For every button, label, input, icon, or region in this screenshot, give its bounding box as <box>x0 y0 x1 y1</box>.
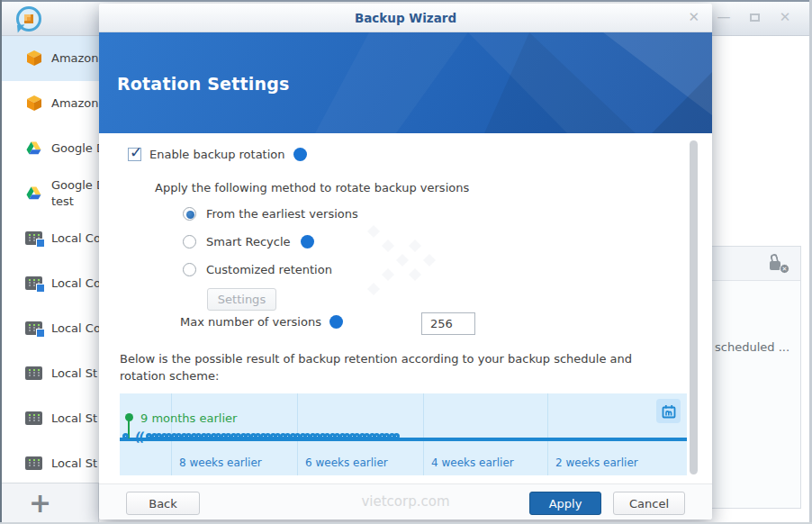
calendar-view-button[interactable] <box>656 399 681 423</box>
rotation-method-label: Apply the following method to rotate bac… <box>155 181 469 194</box>
dialog-close-button[interactable]: ✕ <box>688 9 699 25</box>
maximize-icon <box>750 14 760 22</box>
maximize-button[interactable] <box>746 9 762 25</box>
timeline-section: 4 weeks earlier <box>423 393 547 475</box>
backup-task-sidebar: Amazon Amazon Google D Google D test <box>2 36 99 483</box>
amazon-cube-icon <box>25 95 43 113</box>
window-border <box>0 0 812 2</box>
sidebar-item-label: Local St <box>51 366 97 382</box>
timeline-section-label: 4 weeks earlier <box>431 456 514 469</box>
nas-icon <box>25 410 43 428</box>
chevron-decoration <box>367 283 380 295</box>
sidebar-bottom-toolbar: + <box>2 483 99 522</box>
enable-rotation-checkbox[interactable] <box>128 148 141 161</box>
chevron-decoration <box>396 254 409 267</box>
timeline-section-label: 8 weeks earlier <box>179 456 262 469</box>
info-icon[interactable] <box>293 148 307 161</box>
dialog-header-title: Rotation Settings <box>117 74 289 94</box>
window-border <box>0 0 2 524</box>
sidebar-item-local-5[interactable]: Local St <box>2 396 99 441</box>
backup-wizard-dialog: Backup Wizard ✕ Rotation Settings Enable… <box>99 4 712 519</box>
sidebar-item-label: Google D <box>51 177 99 194</box>
sidebar-item-amazon-1[interactable]: Amazon <box>2 36 99 81</box>
back-button[interactable]: Back <box>126 492 200 515</box>
nas-linked-icon <box>25 320 43 338</box>
sidebar-item-label: Google D <box>51 140 99 157</box>
sidebar-item-local-3[interactable]: Local Co <box>2 306 99 351</box>
apply-button[interactable]: Apply <box>529 492 601 515</box>
info-icon[interactable] <box>301 235 314 248</box>
radio-earliest-versions-label: From the earliest versions <box>206 207 358 221</box>
cancel-button[interactable]: Cancel <box>613 492 685 515</box>
retention-description: Below is the possible result of backup r… <box>120 350 662 384</box>
enable-rotation-label: Enable backup rotation <box>149 148 285 161</box>
chevron-decoration <box>409 268 421 281</box>
sidebar-item-local-4[interactable]: Local St <box>2 351 99 396</box>
timeline-section-label: 6 weeks earlier <box>305 456 388 469</box>
chevron-decoration <box>409 239 421 252</box>
sidebar-item-label: Local Co <box>51 276 99 292</box>
settings-button[interactable]: Settings <box>207 288 276 311</box>
sidebar-item-sublabel: test <box>51 194 99 210</box>
window-close-button[interactable]: ✕ <box>777 9 793 25</box>
max-versions-input[interactable] <box>421 312 475 335</box>
sidebar-item-label: Local Co <box>51 321 99 337</box>
info-icon[interactable] <box>329 315 343 329</box>
retention-timeline: 8 weeks earlier 6 weeks earlier 4 weeks … <box>120 393 687 475</box>
radio-smart-recycle[interactable] <box>183 235 196 248</box>
nas-icon <box>25 455 43 473</box>
radio-customized-retention-label: Customized retention <box>206 263 332 276</box>
sidebar-item-label: Local St <box>51 456 97 472</box>
dialog-body: Enable backup rotation Apply the followi… <box>99 133 712 483</box>
radio-customized-retention[interactable] <box>183 263 196 276</box>
sidebar-item-label: Amazon <box>51 50 99 67</box>
sidebar-item-label: Amazon <box>51 95 99 112</box>
nas-linked-icon <box>25 230 43 248</box>
timeline-section-label: 2 weeks earlier <box>555 456 638 469</box>
sidebar-item-label: Local Co <box>51 230 99 247</box>
google-drive-icon <box>25 140 43 158</box>
sidebar-item-google-drive-1[interactable]: Google D <box>2 126 99 171</box>
chevron-decoration <box>382 239 394 252</box>
dialog-footer: vietcorp.com Back Apply Cancel <box>99 483 712 519</box>
nas-icon <box>25 365 43 383</box>
dialog-titlebar: Backup Wizard ✕ <box>99 4 712 32</box>
dialog-title: Backup Wizard <box>355 11 456 25</box>
application-window: — ✕ Amazon Amazon Google D <box>0 0 812 524</box>
sidebar-item-amazon-2[interactable]: Amazon <box>2 81 99 126</box>
dialog-scrollbar[interactable] <box>690 140 698 474</box>
chevron-decoration <box>367 225 380 238</box>
minimize-button[interactable]: — <box>716 9 732 25</box>
timeline-break-icon: (( <box>134 429 143 444</box>
backup-app-logo-icon <box>16 6 41 32</box>
calendar-icon <box>662 404 676 419</box>
window-controls: — ✕ <box>716 9 793 25</box>
max-versions-label: Max number of versions <box>180 315 321 329</box>
nas-linked-icon <box>25 275 43 293</box>
radio-smart-recycle-label: Smart Recycle <box>206 235 291 248</box>
version-dot-chain <box>146 433 399 439</box>
version-dot <box>122 433 129 439</box>
oldest-version-label: 9 months earlier <box>140 411 237 425</box>
sidebar-item-local-1[interactable]: Local Co <box>2 216 99 261</box>
background-status-text: scheduled ... <box>715 340 789 354</box>
add-task-button[interactable]: + <box>29 490 51 517</box>
version-dot <box>393 433 400 439</box>
sidebar-item-label: Local St <box>51 411 97 427</box>
chevron-decoration <box>382 268 394 281</box>
dialog-header: Rotation Settings <box>99 32 712 133</box>
unlink-lock-icon[interactable]: ✕ <box>768 254 788 272</box>
chevron-decoration <box>423 254 436 267</box>
google-drive-icon <box>25 185 43 203</box>
sidebar-item-local-2[interactable]: Local Co <box>2 261 99 306</box>
sidebar-item-google-drive-test[interactable]: Google D test <box>2 171 99 216</box>
radio-earliest-versions[interactable] <box>183 207 196 221</box>
sidebar-item-local-6[interactable]: Local St <box>2 441 99 483</box>
amazon-cube-icon <box>25 50 43 68</box>
